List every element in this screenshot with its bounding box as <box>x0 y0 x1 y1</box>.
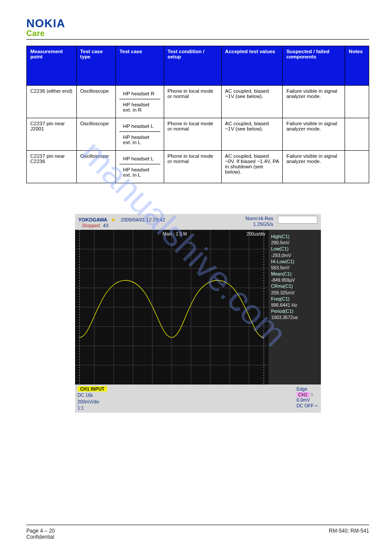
scope-topbar: YOKOGAWA ● 2009/04/01 12:29:42 Stopped 4… <box>75 214 321 230</box>
footer-right: RM-540; RM-541 <box>329 528 369 534</box>
scope-plot: Main : 2.5 M 200us/div <box>75 230 268 385</box>
cell-mp: C2237 pin near J2001 <box>27 118 77 151</box>
cell-case-split: HP headset R HP headset ext. in R <box>116 86 164 118</box>
footer-left: Page 4 – 20 <box>26 528 55 534</box>
cell-setup: Phone in local mode or normal <box>164 118 221 151</box>
scope-mode: Norm:Hi-Res <box>245 216 273 221</box>
ch1-cfg-line1: DC 16k <box>78 392 107 398</box>
table-row: C2237 pin near C2236 Oscilloscope HP hea… <box>27 151 369 183</box>
cell-values: AC coupled, biased ~1V (see below). <box>221 86 283 118</box>
oscilloscope-screenshot: YOKOGAWA ● 2009/04/01 12:29:42 Stopped 4… <box>75 214 321 413</box>
ch1-cfg-line2: 200mV/div <box>78 399 107 405</box>
ch1-cfg-line3: 1:1 <box>78 405 107 411</box>
th-measurement-point: Measurement point <box>27 46 77 86</box>
scope-bottom: CH1 INPUT DC 16k 200mV/div 1:1 Edge CH1 … <box>75 385 321 413</box>
cell-case-split: HP headset L HP headset ext. in L <box>116 118 164 151</box>
document-page: NOKIA Care Measurement point Test case t… <box>0 0 392 555</box>
logo-sub: Care <box>26 29 369 38</box>
cell-notes <box>345 86 369 118</box>
th-test-case: Test case <box>116 46 164 86</box>
scope-count: 43 <box>103 223 108 228</box>
measurement-table: Measurement point Test case type Test ca… <box>26 46 369 183</box>
cell-type: Oscilloscope <box>76 118 116 151</box>
status-dot-icon: ● <box>111 216 115 223</box>
scope-status: Stopped <box>79 223 100 228</box>
trig-ch-badge: CH1 <box>297 392 309 397</box>
scope-rate: 1.25GS/s <box>245 221 273 227</box>
trigger-pane: Edge CH1 ⎍ 0.0mV DC OFF ⌁ <box>297 386 318 411</box>
scope-frame: YOKOGAWA ● 2009/04/01 12:29:42 Stopped 4… <box>75 214 321 413</box>
header-rule <box>26 39 369 40</box>
table-row: C2237 pin near J2001 Oscilloscope HP hea… <box>27 118 369 151</box>
plot-svg <box>75 230 268 385</box>
page-footer: Page 4 – 20 RM-540; RM-541 Confidential <box>26 525 369 540</box>
cell-values: AC coupled, biased ~1V (see below). <box>221 118 283 151</box>
page-header: NOKIA Care <box>26 17 369 40</box>
scope-date: 2009/04/01 12:29:42 <box>121 217 165 222</box>
scope-body: Main : 2.5 M 200us/div <box>75 230 321 385</box>
cell-case-split: HP headset L HP headset ext. in L <box>116 151 164 183</box>
th-test-type: Test case type <box>76 46 116 86</box>
scope-top-right: Norm:Hi-Res 1.25GS/s <box>245 216 317 227</box>
table-row: C2236 (either end) Oscilloscope HP heads… <box>27 86 369 118</box>
mini-preview <box>278 216 317 224</box>
table-body: C2236 (either end) Oscilloscope HP heads… <box>27 86 369 183</box>
cell-comp: Failure visible in signal analyzer mode. <box>283 86 345 118</box>
footer-left2: Confidential <box>26 534 54 540</box>
logo-text: NOKIA <box>26 17 369 30</box>
plot-time-div: 200us/div <box>247 232 266 236</box>
th-test-setup: Test condition / setup <box>164 46 221 86</box>
cell-notes <box>345 118 369 151</box>
cell-setup: Phone in local mode or normal <box>164 151 221 183</box>
footer-rule <box>26 525 369 525</box>
cell-notes <box>345 151 369 183</box>
plot-main-label: Main : 2.5 M <box>163 232 187 236</box>
cell-comp: Failure visible in signal analyzer mode. <box>283 151 345 183</box>
cell-values: AC coupled, biased ~0V. If biased ~1.4V,… <box>221 151 283 183</box>
cell-setup: Phone in local mode or normal <box>164 86 221 118</box>
cell-type: Oscilloscope <box>76 86 116 118</box>
scope-brand: YOKOGAWA <box>79 217 108 222</box>
cell-mp: C2236 (either end) <box>27 86 77 118</box>
th-notes: Notes <box>345 46 369 86</box>
ch1-badge: CH1 INPUT <box>78 386 107 392</box>
cell-comp: Failure visible in signal analyzer mode. <box>283 118 345 151</box>
measurement-pane: High(C1)290.5mV Low(C1)-293.0mV Hi-Low(C… <box>268 230 321 385</box>
th-test-values: Accepted test values <box>221 46 283 86</box>
table-head: Measurement point Test case type Test ca… <box>27 46 369 86</box>
cell-mp: C2237 pin near C2236 <box>27 151 77 183</box>
th-suspected-failed: Suspected / failed components <box>283 46 345 86</box>
cell-type: Oscilloscope <box>76 151 116 183</box>
